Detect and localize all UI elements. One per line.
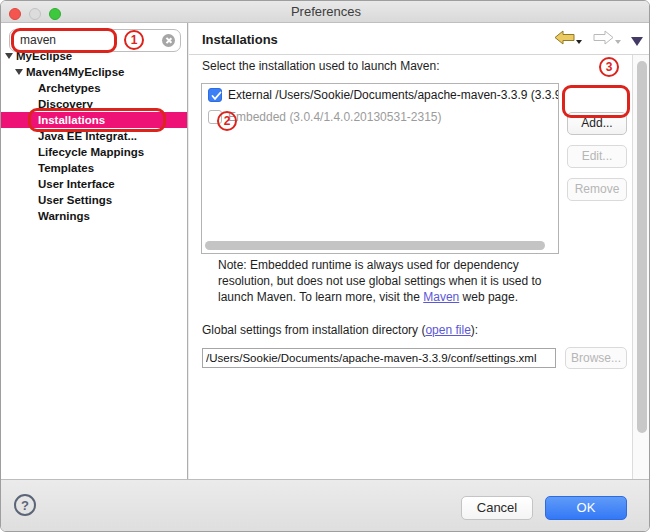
back-history-caret-icon[interactable]	[576, 40, 582, 44]
header-separator	[189, 54, 650, 55]
checkbox-checked-icon[interactable]	[208, 88, 222, 102]
preferences-window: Preferences maven MyEclipse Maven4MyEcli…	[0, 0, 650, 532]
global-settings-label-suffix: ):	[471, 323, 478, 337]
window-title: Preferences	[1, 1, 650, 23]
tree-item-installations[interactable]: Installations	[1, 112, 187, 128]
dialog-footer: ? Cancel OK	[1, 479, 650, 532]
titlebar: Preferences	[1, 1, 650, 23]
tree-item-label: Lifecycle Mappings	[38, 146, 144, 158]
vertical-scrollbar-track[interactable]	[632, 55, 650, 479]
ok-button[interactable]: OK	[545, 496, 627, 520]
tree-item-templates[interactable]: Templates	[1, 160, 187, 176]
settings-path-input[interactable]	[202, 348, 556, 368]
tree-item-label: Maven4MyEclipse	[26, 66, 124, 78]
back-arrow-icon[interactable]	[554, 30, 575, 49]
checkbox-unchecked-icon[interactable]	[208, 110, 222, 124]
tree-item-label: Archetypes	[38, 82, 101, 94]
forward-arrow-icon[interactable]	[593, 30, 614, 49]
zoom-button[interactable]	[49, 8, 61, 20]
tree-item-label: Discovery	[38, 98, 93, 110]
open-file-link[interactable]: open file	[425, 323, 470, 337]
page-navigation-toolbar	[554, 30, 643, 48]
vertical-scrollbar-thumb[interactable]	[637, 61, 647, 433]
tree-item-warnings[interactable]: Warnings	[1, 208, 187, 224]
add-button[interactable]: Add...	[567, 112, 627, 135]
clear-search-icon[interactable]	[162, 34, 175, 47]
list-item-embedded-maven[interactable]: Embedded (3.0.4/1.4.0.20130531-2315)	[202, 106, 558, 128]
edit-button[interactable]: Edit...	[567, 145, 627, 168]
tree-item-user-settings[interactable]: User Settings	[1, 192, 187, 208]
tree-item-label: Templates	[38, 162, 94, 174]
page-title: Installations	[202, 32, 278, 47]
tree-item-myeclipse[interactable]: MyEclipse	[1, 48, 187, 64]
tree-item-lifecycle-mappings[interactable]: Lifecycle Mappings	[1, 144, 187, 160]
tree-item-archetypes[interactable]: Archetypes	[1, 80, 187, 96]
tree-item-label: Java EE Integrat...	[38, 130, 137, 142]
preferences-tree: MyEclipse Maven4MyEclipse Archetypes Dis…	[1, 48, 187, 224]
tree-item-java-ee-integration[interactable]: Java EE Integrat...	[1, 128, 187, 144]
global-settings-label-text: Global settings from installation direct…	[202, 323, 425, 337]
cancel-button[interactable]: Cancel	[461, 496, 533, 520]
select-installation-label: Select the installation used to launch M…	[202, 59, 439, 73]
note-text-after: web page.	[459, 290, 518, 304]
help-button[interactable]: ?	[14, 494, 36, 516]
disclosure-triangle-icon[interactable]	[15, 69, 23, 75]
view-menu-icon[interactable]	[631, 37, 643, 46]
global-settings-label: Global settings from installation direct…	[202, 323, 478, 337]
list-item-external-maven[interactable]: External /Users/Sookie/Documents/apache-…	[202, 84, 558, 106]
maven-link[interactable]: Maven	[423, 290, 459, 304]
tree-item-label: User Settings	[38, 194, 112, 206]
list-item-label: Embedded (3.0.4/1.4.0.20130531-2315)	[228, 106, 442, 128]
disclosure-triangle-icon[interactable]	[5, 53, 13, 59]
tree-item-label: MyEclipse	[16, 50, 72, 62]
remove-button[interactable]: Remove	[567, 178, 627, 201]
tree-item-discovery[interactable]: Discovery	[1, 96, 187, 112]
minimize-button[interactable]	[29, 8, 41, 20]
forward-history-caret-icon[interactable]	[615, 40, 621, 44]
horizontal-scrollbar-thumb[interactable]	[205, 241, 545, 250]
installations-list[interactable]: External /Users/Sookie/Documents/apache-…	[201, 83, 559, 254]
close-button[interactable]	[9, 8, 21, 20]
installations-panel: Installations Select the installation us…	[189, 23, 650, 479]
browse-button[interactable]: Browse...	[565, 347, 627, 369]
embedded-runtime-note: Note: Embedded runtime is always used fo…	[218, 257, 576, 305]
tree-item-label: Warnings	[38, 210, 90, 222]
preferences-sidebar: maven MyEclipse Maven4MyEclipse Archetyp…	[1, 23, 187, 479]
list-item-label: External /Users/Sookie/Documents/apache-…	[228, 84, 559, 106]
tree-item-user-interface[interactable]: User Interface	[1, 176, 187, 192]
tree-item-label: User Interface	[38, 178, 115, 190]
content-area: maven MyEclipse Maven4MyEclipse Archetyp…	[1, 23, 650, 479]
tree-item-maven4myeclipse[interactable]: Maven4MyEclipse	[1, 64, 187, 80]
tree-item-label: Installations	[38, 114, 105, 126]
